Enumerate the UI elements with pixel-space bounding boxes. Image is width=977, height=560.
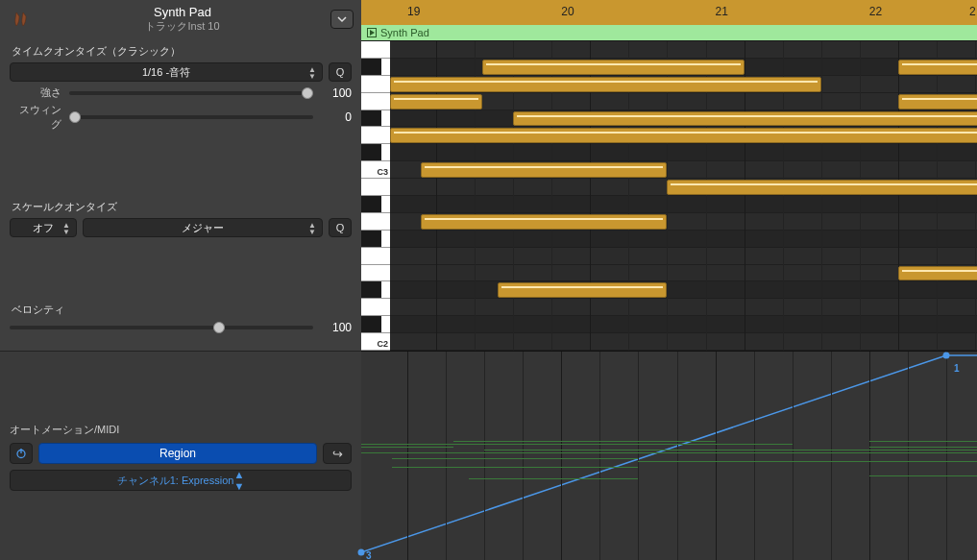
automation-arrow-button[interactable]: ↪ [323, 443, 352, 464]
timeline-ruler[interactable]: 192021222 [361, 0, 977, 25]
updown-icon: ▲▼ [233, 469, 244, 492]
midi-note[interactable] [482, 60, 744, 75]
automation-channel-select[interactable]: チャンネル1: Expression ▲▼ [10, 470, 352, 491]
automation-lane[interactable]: 31 [361, 351, 977, 560]
midi-note[interactable] [667, 180, 977, 195]
quantize-apply-button[interactable]: Q [329, 62, 352, 82]
piano-keys[interactable]: C3C2 [361, 41, 390, 351]
quantize-select[interactable]: 1/16 -音符 ▲▼ [10, 62, 323, 82]
swing-slider[interactable] [69, 115, 313, 119]
track-title: Synth Pad [35, 5, 330, 19]
midi-note[interactable] [421, 214, 667, 230]
strength-value: 100 [321, 86, 352, 100]
midi-note[interactable] [390, 128, 977, 143]
midi-note[interactable] [498, 282, 667, 298]
swing-label: スウィング [10, 103, 61, 132]
scale-mode-select[interactable]: メジャー ▲▼ [83, 218, 323, 237]
instrument-icon [8, 6, 35, 33]
velocity-slider[interactable] [10, 326, 313, 329]
play-icon [367, 28, 377, 37]
midi-note[interactable] [390, 77, 821, 92]
velocity-value: 100 [321, 321, 352, 334]
quantize-label: タイムクオンタイズ（クラシック） [10, 44, 352, 59]
automation-power-button[interactable] [10, 443, 33, 464]
automation-point[interactable] [358, 549, 365, 556]
header-menu-button[interactable] [330, 10, 354, 29]
region-header[interactable]: Synth Pad [361, 25, 977, 41]
scale-apply-button[interactable]: Q [329, 218, 352, 237]
automation-region-button[interactable]: Region [38, 443, 317, 464]
automation-label: オートメーション/MIDI [10, 423, 352, 437]
midi-note[interactable] [513, 111, 977, 127]
region-name: Synth Pad [380, 27, 429, 38]
bar-number: 22 [869, 5, 882, 18]
updown-icon: ▲▼ [62, 222, 70, 235]
strength-slider[interactable] [69, 91, 313, 95]
bar-number: 20 [561, 5, 574, 18]
bar-number: 21 [716, 5, 728, 18]
scale-label: スケールクオンタイズ [10, 200, 352, 214]
midi-note[interactable] [421, 162, 667, 178]
track-subtitle: トラックInst 10 [35, 19, 330, 34]
midi-note[interactable] [898, 266, 977, 281]
bar-number: 19 [407, 5, 420, 18]
updown-icon: ▲▼ [308, 66, 316, 80]
velocity-label: ベロシティ [10, 303, 352, 317]
strength-label: 強さ [10, 85, 61, 100]
midi-note[interactable] [898, 94, 977, 110]
midi-note[interactable] [898, 60, 977, 75]
automation-point[interactable] [942, 353, 949, 359]
bar-number: 2 [969, 5, 976, 18]
midi-note[interactable] [390, 94, 482, 110]
scale-enable-select[interactable]: オフ ▲▼ [10, 218, 77, 237]
midi-grid[interactable] [390, 41, 977, 351]
swing-value: 0 [321, 110, 352, 124]
updown-icon: ▲▼ [308, 222, 316, 235]
